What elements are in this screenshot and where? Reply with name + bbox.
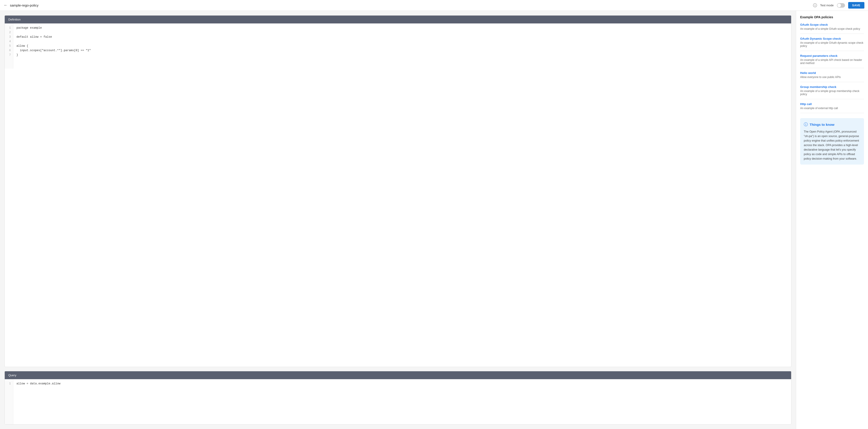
- policy-item-description: An example of external http call: [800, 106, 864, 110]
- policy-item-description: An example of a simple OAuth scope check…: [800, 27, 864, 30]
- query-header: Query: [5, 371, 791, 379]
- definition-code-content[interactable]: package exampledefault allow = falseallo…: [13, 24, 791, 68]
- things-to-know-title: Things to know: [810, 123, 834, 126]
- editor-area: Definition 1234567 package exampledefaul…: [0, 11, 796, 429]
- query-panel: Query 1 allow = data.example.allow: [4, 371, 792, 425]
- definition-line-numbers: 1234567: [5, 24, 13, 68]
- policy-item[interactable]: Hello worldAllow everyone to use public …: [800, 68, 864, 82]
- code-line: allow = data.example.allow: [17, 381, 788, 386]
- main-content: Definition 1234567 package exampledefaul…: [0, 11, 868, 429]
- policy-item-name: Request parameters check: [800, 54, 864, 58]
- line-number: 2: [8, 30, 11, 35]
- back-icon[interactable]: ←: [4, 3, 8, 8]
- test-mode-label: Test mode: [820, 4, 834, 7]
- policy-item-description: Allow everyone to use public APIs: [800, 75, 864, 79]
- policy-item[interactable]: OAuth Scope checkAn example of a simple …: [800, 23, 864, 34]
- policy-item-name: Hello world: [800, 71, 864, 74]
- policy-item-description: An example of a simple group membership …: [800, 90, 864, 96]
- policy-item[interactable]: OAuth Dynamic Scope checkAn example of a…: [800, 34, 864, 51]
- code-line: input.scopes["account.*"].params[0] == "…: [17, 48, 788, 53]
- things-to-know-box: ⓘ Things to know The Open Policy Agent (…: [800, 118, 864, 164]
- things-to-know-header: ⓘ Things to know: [804, 122, 860, 127]
- policy-item[interactable]: Group membership checkAn example of a si…: [800, 82, 864, 99]
- top-header: ← sample-rego-policy ⓘ Test mode SAVE: [0, 0, 868, 11]
- policy-item-name: Group membership check: [800, 85, 864, 89]
- code-line: [17, 39, 788, 44]
- policy-item-description: An example of a simple API check based o…: [800, 58, 864, 65]
- line-number: 4: [8, 39, 11, 44]
- policy-item-description: An example of a simple OAuth dynamic sco…: [800, 41, 864, 48]
- code-line: [17, 30, 788, 35]
- info-icon: ⓘ: [804, 122, 808, 127]
- query-code-content[interactable]: allow = data.example.allow: [13, 379, 791, 424]
- sidebar: Example OPA policies OAuth Scope checkAn…: [796, 11, 868, 429]
- line-number: 1: [8, 26, 11, 30]
- query-code-body[interactable]: 1 allow = data.example.allow: [5, 379, 791, 424]
- policy-item[interactable]: Request parameters checkAn example of a …: [800, 51, 864, 68]
- query-line-numbers: 1: [5, 379, 13, 424]
- definition-header: Definition: [5, 16, 791, 24]
- line-number: 1: [8, 381, 11, 386]
- policy-list: OAuth Scope checkAn example of a simple …: [800, 23, 864, 113]
- test-mode-toggle[interactable]: [837, 3, 845, 8]
- header-right: ⓘ Test mode SAVE: [813, 2, 864, 8]
- policy-item-name: Http call: [800, 102, 864, 106]
- sidebar-title: Example OPA policies: [800, 15, 864, 19]
- code-line: default allow = false: [17, 35, 788, 39]
- help-icon[interactable]: ⓘ: [813, 3, 817, 8]
- line-number: 5: [8, 44, 11, 48]
- policy-item-name: OAuth Scope check: [800, 23, 864, 26]
- policy-item-name: OAuth Dynamic Scope check: [800, 37, 864, 40]
- header-left: ← sample-rego-policy: [4, 3, 38, 8]
- line-number: 6: [8, 48, 11, 53]
- line-number: 7: [8, 53, 11, 57]
- policy-item[interactable]: Http callAn example of external http cal…: [800, 99, 864, 113]
- things-to-know-text: The Open Policy Agent (OPA, pronounced "…: [804, 129, 860, 161]
- code-line: package example: [17, 26, 788, 30]
- code-line: allow {: [17, 44, 788, 48]
- code-line: }: [17, 53, 788, 57]
- line-number: 3: [8, 35, 11, 39]
- save-button[interactable]: SAVE: [848, 2, 864, 8]
- definition-panel: Definition 1234567 package exampledefaul…: [4, 15, 792, 367]
- page-title: sample-rego-policy: [10, 3, 38, 7]
- definition-code-body[interactable]: 1234567 package exampledefault allow = f…: [5, 24, 791, 68]
